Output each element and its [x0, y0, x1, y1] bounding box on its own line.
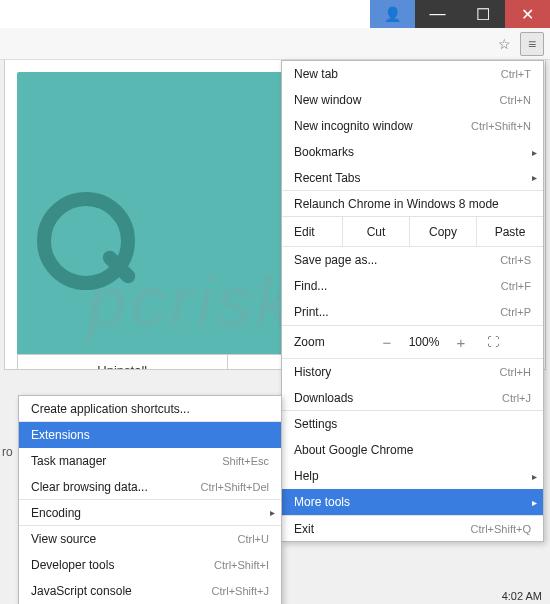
menu-print[interactable]: Print...Ctrl+P — [282, 299, 543, 325]
chevron-right-icon: ▸ — [532, 147, 537, 158]
zoom-out-button[interactable]: − — [372, 334, 402, 351]
system-clock: 4:02 AM — [502, 590, 542, 602]
submenu-encoding[interactable]: Encoding▸ — [19, 500, 281, 526]
fullscreen-icon[interactable]: ⛶ — [476, 335, 510, 349]
menu-help[interactable]: Help▸ — [282, 463, 543, 489]
menu-exit[interactable]: ExitCtrl+Shift+Q — [282, 515, 543, 541]
submenu-js-console[interactable]: JavaScript consoleCtrl+Shift+J — [19, 578, 281, 604]
magnifier-icon — [37, 192, 137, 292]
menu-bookmarks[interactable]: Bookmarks▸ — [282, 139, 543, 165]
submenu-task-manager[interactable]: Task managerShift+Esc — [19, 448, 281, 474]
close-button[interactable]: ✕ — [505, 0, 550, 28]
menu-save-as[interactable]: Save page as...Ctrl+S — [282, 247, 543, 273]
menu-copy[interactable]: Copy — [409, 217, 476, 246]
menu-history[interactable]: HistoryCtrl+H — [282, 359, 543, 385]
menu-new-tab[interactable]: New tabCtrl+T — [282, 61, 543, 87]
uninstall-button[interactable]: Uninstall — [18, 355, 228, 370]
submenu-create-shortcuts[interactable]: Create application shortcuts... — [19, 396, 281, 422]
user-profile-button[interactable]: 👤 — [370, 0, 415, 28]
chevron-right-icon: ▸ — [532, 497, 537, 508]
menu-edit-row: Edit Cut Copy Paste — [282, 217, 543, 247]
submenu-view-source[interactable]: View sourceCtrl+U — [19, 526, 281, 552]
menu-incognito[interactable]: New incognito windowCtrl+Shift+N — [282, 113, 543, 139]
menu-zoom-row: Zoom − 100% + ⛶ — [282, 325, 543, 359]
bookmark-star-icon[interactable]: ☆ — [492, 32, 516, 56]
menu-zoom-label: Zoom — [282, 335, 372, 349]
menu-recent-tabs[interactable]: Recent Tabs▸ — [282, 165, 543, 191]
submenu-dev-tools[interactable]: Developer toolsCtrl+Shift+I — [19, 552, 281, 578]
browser-toolbar: ☆ ≡ — [0, 28, 550, 60]
menu-more-tools[interactable]: More tools▸ — [282, 489, 543, 515]
menu-relaunch[interactable]: Relaunch Chrome in Windows 8 mode — [282, 191, 543, 217]
minimize-button[interactable]: — — [415, 0, 460, 28]
menu-new-window[interactable]: New windowCtrl+N — [282, 87, 543, 113]
zoom-value: 100% — [402, 335, 446, 349]
menu-edit-label: Edit — [282, 225, 342, 239]
menu-paste[interactable]: Paste — [476, 217, 543, 246]
truncated-text: ro — [2, 445, 13, 459]
menu-find[interactable]: Find...Ctrl+F — [282, 273, 543, 299]
window-titlebar: 👤 — ☐ ✕ — [0, 0, 550, 28]
chrome-main-menu: New tabCtrl+T New windowCtrl+N New incog… — [281, 60, 544, 542]
submenu-clear-data[interactable]: Clear browsing data...Ctrl+Shift+Del — [19, 474, 281, 500]
more-tools-submenu: Create application shortcuts... Extensio… — [18, 395, 282, 604]
chevron-right-icon: ▸ — [270, 507, 275, 518]
chevron-right-icon: ▸ — [532, 471, 537, 482]
menu-downloads[interactable]: DownloadsCtrl+J — [282, 385, 543, 411]
menu-about[interactable]: About Google Chrome — [282, 437, 543, 463]
submenu-extensions[interactable]: Extensions — [19, 422, 281, 448]
chevron-right-icon: ▸ — [532, 172, 537, 183]
zoom-in-button[interactable]: + — [446, 334, 476, 351]
menu-cut[interactable]: Cut — [342, 217, 409, 246]
menu-settings[interactable]: Settings — [282, 411, 543, 437]
maximize-button[interactable]: ☐ — [460, 0, 505, 28]
chrome-menu-button[interactable]: ≡ — [520, 32, 544, 56]
